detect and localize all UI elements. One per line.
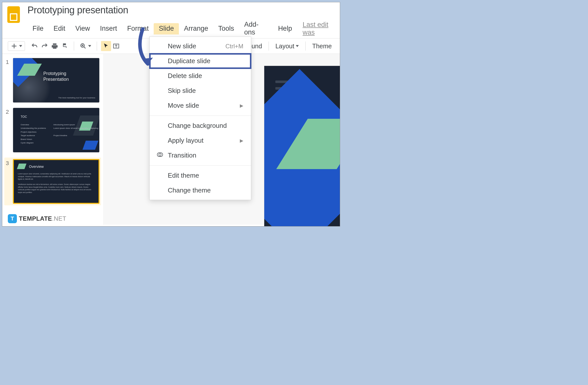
menu-edit-theme[interactable]: Edit theme: [150, 168, 251, 183]
slide-canvas[interactable]: [264, 66, 340, 226]
menu-separator: [150, 165, 251, 166]
watermark-badge-icon: T: [8, 214, 17, 223]
menu-slide[interactable]: Slide: [154, 23, 179, 34]
textbox-tool-button[interactable]: [111, 41, 121, 51]
new-slide-button[interactable]: [8, 41, 25, 51]
thumbnail-row[interactable]: 3 Overview Lorem ipsum dolor sit amet, c…: [4, 158, 101, 205]
thumbnail-row[interactable]: 1 PrototypingPresentation The best marke…: [6, 58, 100, 103]
redo-button[interactable]: [40, 41, 50, 51]
slide-menu-dropdown: New slide Ctrl+M Duplicate slide Delete …: [149, 36, 251, 200]
menu-format[interactable]: Format: [122, 23, 154, 34]
shortcut-label: Ctrl+M: [225, 43, 243, 50]
menubar: File Edit View Insert Format Slide Arran…: [27, 19, 340, 38]
print-button[interactable]: [50, 41, 60, 51]
menu-move-slide[interactable]: Move slide▶: [150, 98, 251, 113]
layout-button[interactable]: Layout: [273, 41, 301, 51]
thumbnail-slide-1[interactable]: PrototypingPresentation The best marketi…: [13, 58, 100, 103]
thumbnail-number: 3: [6, 159, 13, 167]
menu-help[interactable]: Help: [273, 23, 297, 34]
thumbnail-slide-2[interactable]: TOC Overview Understanding the problems …: [13, 108, 100, 152]
last-edit-link[interactable]: Last edit was: [303, 21, 340, 36]
select-tool-button[interactable]: [101, 41, 111, 51]
menu-duplicate-slide[interactable]: Duplicate slide: [150, 54, 251, 68]
thumbnail-number: 1: [6, 58, 13, 65]
menu-tools[interactable]: Tools: [213, 23, 239, 34]
paint-format-button[interactable]: [60, 41, 70, 51]
menu-transition[interactable]: Transition: [150, 148, 251, 163]
menu-view[interactable]: View: [70, 23, 95, 34]
zoom-button[interactable]: [78, 41, 93, 51]
menu-apply-layout[interactable]: Apply layout▶: [150, 133, 251, 148]
thumbnail-row[interactable]: 2 TOC Overview Understanding the problem…: [6, 108, 100, 152]
transition-icon: [157, 151, 163, 160]
menu-delete-slide[interactable]: Delete slide: [150, 68, 251, 83]
document-title[interactable]: Prototyping presentation: [27, 5, 128, 16]
titlebar: Prototyping presentation File Edit View: [2, 2, 340, 38]
watermark: T TEMPLATE.NET: [8, 214, 66, 223]
new-slide-caret-icon[interactable]: [19, 45, 22, 47]
menu-skip-slide[interactable]: Skip slide: [150, 83, 251, 98]
slide-thumbnail-panel[interactable]: 1 PrototypingPresentation The best marke…: [2, 54, 103, 225]
chevron-right-icon: ▶: [240, 103, 243, 108]
layout-caret-icon: [296, 45, 299, 47]
menu-edit[interactable]: Edit: [49, 23, 71, 34]
menu-file[interactable]: File: [27, 23, 49, 34]
thumbnail-slide-3[interactable]: Overview Lorem ipsum dolor sit amet, con…: [13, 159, 100, 204]
menu-insert[interactable]: Insert: [95, 23, 122, 34]
menu-new-slide[interactable]: New slide Ctrl+M: [150, 39, 251, 54]
undo-button[interactable]: [29, 41, 40, 51]
chevron-right-icon: ▶: [240, 138, 243, 143]
zoom-caret-icon: [88, 45, 91, 47]
menu-addons[interactable]: Add-ons: [239, 19, 273, 38]
menu-arrange[interactable]: Arrange: [179, 23, 213, 34]
app-window: Prototyping presentation File Edit View: [2, 2, 340, 226]
thumbnail-number: 2: [6, 108, 13, 115]
menu-change-background[interactable]: Change background: [150, 118, 251, 133]
menu-separator: [150, 116, 251, 116]
theme-button[interactable]: Theme: [310, 41, 334, 51]
menu-change-theme[interactable]: Change theme: [150, 183, 251, 198]
slides-logo-icon[interactable]: [7, 6, 20, 23]
